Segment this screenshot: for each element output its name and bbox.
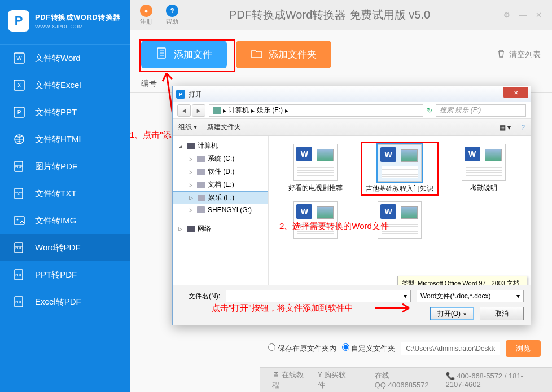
file-pane[interactable]: W 好看的电视剧推荐 W 吉他基础教程入门知识 W 考勤说明 W W <box>269 136 531 285</box>
col-num: 编号 <box>141 78 175 89</box>
word-icon: W <box>14 52 25 64</box>
tree-computer[interactable]: ◢计算机 <box>173 139 268 152</box>
svg-text:PDF: PDF <box>15 273 23 277</box>
ppt-icon: P <box>14 107 25 118</box>
nav-forward-button[interactable]: ► <box>192 104 205 117</box>
tree-drive-c[interactable]: ▷系统 (C:) <box>173 152 268 165</box>
refresh-icon[interactable]: ↻ <box>427 107 432 114</box>
html-icon <box>14 134 25 145</box>
sidebar-item-label: 文件转IMG <box>35 215 76 226</box>
pdf-icon: PDF <box>14 296 25 307</box>
help-label: 帮助 <box>166 17 178 26</box>
save-custom-radio[interactable]: 自定义文件夹 <box>342 343 396 354</box>
svg-text:TXT: TXT <box>15 192 23 196</box>
footer: 🖥 在线教程 ¥ 购买软件 在线QQ:4006685572 📞 400-668-… <box>260 367 552 392</box>
dialog-nav: ◄ ► ▸计算机 ▸娱乐 (F:)▸ ↻ 搜索 娱乐 (F:) <box>173 102 531 119</box>
file-tooltip: 类型: Microsoft Office Word 97 - 2003 文档 大… <box>397 276 527 285</box>
tree-drive-e[interactable]: ▷文档 (E:) <box>173 178 268 191</box>
file-icon <box>156 47 168 62</box>
dialog-close-button[interactable]: ✕ <box>503 87 528 98</box>
filetype-select[interactable]: Word文件(*.doc,*.docx)▾ <box>417 290 524 302</box>
dialog-footer: 文件名(N): ▾ Word文件(*.doc,*.docx)▾ 打开(O) ▼ … <box>173 285 531 325</box>
view-icon[interactable]: ▦ ▾ <box>500 124 511 131</box>
app-title: PDF转换成Word转换器 免费试用版 v5.0 <box>192 7 490 23</box>
save-row: 保存在原文件夹内 自定义文件夹 浏览 <box>268 340 541 357</box>
sidebar-item-ppt-to-pdf[interactable]: PDFPPT转PDF <box>0 261 130 288</box>
buy-link[interactable]: ¥ 购买软件 <box>318 370 347 390</box>
filename-input[interactable]: ▾ <box>226 290 411 302</box>
file-item[interactable]: W 考勤说明 <box>444 142 523 196</box>
topbar: ● 注册 ? 帮助 PDF转换成Word转换器 免费试用版 v5.0 ⚙ — ✕ <box>130 0 552 30</box>
tree-drive-g[interactable]: ▷SHENGYI (G:) <box>173 204 268 215</box>
file-item-selected[interactable]: W 吉他基础教程入门知识 <box>361 142 439 196</box>
sidebar-item-file-to-excel[interactable]: X文件转Excel <box>0 72 130 99</box>
dialog-titlebar[interactable]: P 打开 ✕ <box>173 86 531 102</box>
sidebar-item-file-to-img[interactable]: 文件转IMG <box>0 207 130 234</box>
settings-icon[interactable]: ⚙ <box>503 11 510 19</box>
register-button[interactable]: ● 注册 <box>140 5 152 26</box>
phone-contact: 📞 400-668-5572 / 181-2107-4602 <box>446 372 540 389</box>
pdf-icon: PDF <box>14 269 25 280</box>
add-folder-button[interactable]: 添加文件夹 <box>236 41 331 68</box>
pdf-icon: PDF <box>14 242 25 253</box>
sidebar-item-excel-to-pdf[interactable]: PDFExcel转PDF <box>0 288 130 315</box>
sidebar-item-file-to-word[interactable]: W文件转Word <box>0 45 130 72</box>
clear-list-button[interactable]: 清空列表 <box>497 49 541 60</box>
svg-text:W: W <box>16 55 22 61</box>
drive-icon <box>213 107 221 114</box>
svg-point-12 <box>17 219 19 221</box>
svg-text:P: P <box>17 109 21 116</box>
save-original-radio[interactable]: 保存在原文件夹内 <box>268 343 336 354</box>
sidebar-item-file-to-ppt[interactable]: P文件转PPT <box>0 99 130 126</box>
trash-icon <box>497 49 506 60</box>
sidebar-item-file-to-txt[interactable]: TXT文件转TXT <box>0 180 130 207</box>
dialog-toolbar: 组织 ▾ 新建文件夹 ▦ ▾ ? <box>173 119 531 136</box>
sidebar-item-label: 文件转PPT <box>35 107 77 118</box>
filename-label: 文件名(N): <box>179 292 220 301</box>
sidebar-item-label: 图片转PDF <box>35 161 77 172</box>
help-icon[interactable]: ? <box>521 124 525 131</box>
sidebar-item-label: PPT转PDF <box>35 270 77 280</box>
pdf-icon: PDF <box>14 161 25 172</box>
minimize-icon[interactable]: — <box>519 11 527 19</box>
qq-contact: 在线QQ:4006685572 <box>375 371 432 389</box>
tutorial-link[interactable]: 🖥 在线教程 <box>272 370 304 390</box>
tree-network[interactable]: ▷网络 <box>173 222 268 235</box>
organize-menu[interactable]: 组织 ▾ <box>178 122 197 132</box>
user-icon: ● <box>140 5 152 17</box>
sidebar-item-file-to-html[interactable]: 文件转HTML <box>0 126 130 153</box>
sidebar-item-word-to-pdf[interactable]: PDFWord转PDF <box>0 234 130 261</box>
add-folder-label: 添加文件夹 <box>269 48 317 61</box>
sidebar-item-image-to-pdf[interactable]: PDF图片转PDF <box>0 153 130 180</box>
file-open-dialog: P 打开 ✕ ◄ ► ▸计算机 ▸娱乐 (F:)▸ ↻ 搜索 娱乐 (F:) 组… <box>172 86 531 325</box>
svg-text:X: X <box>17 82 21 89</box>
image-icon <box>14 215 25 226</box>
sidebar-item-label: 文件转HTML <box>35 134 84 145</box>
sidebar-item-label: Excel转PDF <box>35 297 81 307</box>
sidebar-item-label: 文件转TXT <box>35 188 76 199</box>
save-path-input[interactable] <box>401 342 500 355</box>
folder-icon <box>251 47 263 62</box>
open-button[interactable]: 打开(O) ▼ <box>430 307 474 320</box>
close-icon[interactable]: ✕ <box>536 11 542 19</box>
logo-title: PDF转换成WORD转换器 <box>35 12 121 23</box>
browse-button[interactable]: 浏览 <box>506 340 541 357</box>
file-item[interactable]: W 好看的电视剧推荐 <box>277 142 355 196</box>
cancel-button[interactable]: 取消 <box>480 307 524 320</box>
svg-text:PDF: PDF <box>15 246 23 250</box>
toolbar: 添加文件 添加文件夹 清空列表 <box>130 30 552 75</box>
logo-icon: P <box>8 10 29 32</box>
add-file-button[interactable]: 添加文件 <box>141 41 227 68</box>
tree-drive-d[interactable]: ▷软件 (D:) <box>173 165 268 178</box>
breadcrumb[interactable]: ▸计算机 ▸娱乐 (F:)▸ <box>209 104 423 117</box>
new-folder-button[interactable]: 新建文件夹 <box>207 122 241 132</box>
add-file-label: 添加文件 <box>174 48 212 61</box>
search-input[interactable]: 搜索 娱乐 (F:) <box>436 104 526 117</box>
help-button[interactable]: ? 帮助 <box>166 5 178 26</box>
nav-back-button[interactable]: ◄ <box>177 104 191 117</box>
folder-tree[interactable]: ◢计算机 ▷系统 (C:) ▷软件 (D:) ▷文档 (E:) ▷娱乐 (F:)… <box>173 136 269 285</box>
file-item[interactable]: W <box>277 199 355 252</box>
sidebar-item-label: Word转PDF <box>35 243 81 253</box>
file-item[interactable]: W <box>361 199 439 252</box>
tree-drive-f[interactable]: ▷娱乐 (F:) <box>173 191 268 204</box>
